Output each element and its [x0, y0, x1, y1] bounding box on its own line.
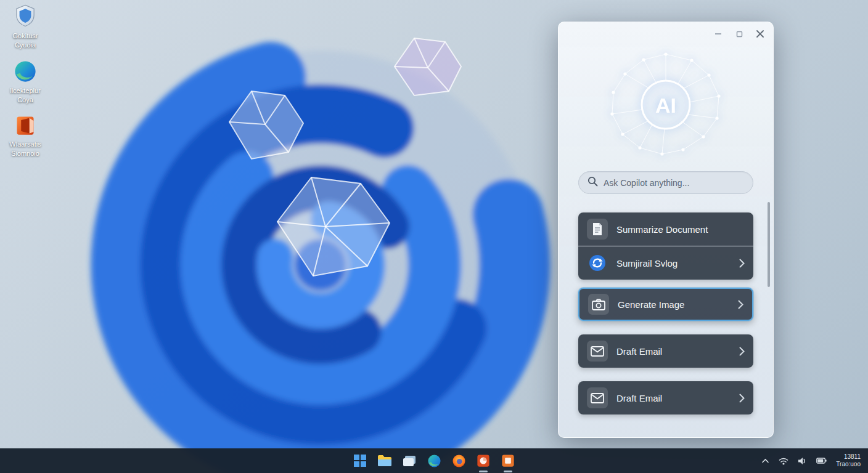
battery-icon[interactable]: [815, 456, 828, 465]
chevron-right-icon: [739, 259, 745, 268]
system-tray: 13811 Trao:uoo: [760, 448, 862, 473]
desktop-icon-edge-browser[interactable]: licekteplur Coya: [4, 60, 47, 103]
file-explorer-button[interactable]: [374, 450, 395, 471]
action-label: Sumjirail Svlog: [616, 258, 731, 269]
envelope-icon: [587, 387, 608, 408]
clock-time: 13811: [844, 453, 861, 460]
shield-icon: [14, 4, 37, 30]
action-label: Generate Image: [618, 299, 729, 310]
generate-image-button[interactable]: Generate Image: [578, 288, 753, 321]
close-button[interactable]: [755, 28, 766, 39]
search-icon: [588, 176, 598, 189]
office-app-button[interactable]: [497, 450, 518, 471]
edge-browser-button[interactable]: [424, 450, 444, 471]
action-group: Summarize Document Sumjirail Svlog: [578, 212, 753, 280]
show-hidden-icons-button[interactable]: [760, 456, 771, 465]
network-icon[interactable]: [777, 456, 790, 466]
start-button[interactable]: [350, 450, 371, 471]
ai-logo: AI: [559, 22, 773, 156]
scrollbar[interactable]: [768, 202, 770, 287]
action-label: Draft Email: [616, 393, 731, 403]
taskbar-app-icons: [350, 448, 518, 473]
desktop-icon-security-app[interactable]: Gokitusr Cyuoia: [4, 4, 47, 49]
volume-icon[interactable]: [796, 456, 808, 466]
window-controls: [713, 28, 766, 39]
desktop-icon-office-app[interactable]: Wlaarsatis Siomnoio: [4, 115, 47, 157]
desktop-icon-label: Siomnoio: [11, 150, 39, 157]
copilot-search-input[interactable]: [604, 178, 744, 188]
document-icon: [587, 219, 608, 240]
taskbar: 13811 Trao:uoo: [0, 448, 868, 473]
minimize-button[interactable]: [713, 28, 724, 39]
active-app-indicator: [479, 471, 488, 472]
draft-email-button-2[interactable]: Draft Email: [578, 381, 753, 414]
desktop-icon-label: Wlaarsatis: [9, 140, 41, 148]
maximize-button[interactable]: [734, 28, 745, 39]
desktop-icon-grid: Gokitusr Cyuoia licekteplur Coya: [4, 4, 47, 157]
office-icon: [14, 115, 36, 139]
copilot-search-box: [578, 171, 753, 194]
copilot-actions: Summarize Document Sumjirail Svlog: [578, 212, 753, 414]
ai-logo-text: AI: [655, 94, 676, 117]
summarize-document-button[interactable]: Summarize Document: [578, 212, 753, 246]
sync-icon: [587, 253, 608, 273]
action-label: Draft Email: [616, 346, 731, 357]
powerpoint-button[interactable]: [473, 450, 494, 471]
action-label: Summarize Document: [616, 224, 745, 235]
clock[interactable]: 13811 Trao:uoo: [835, 453, 862, 468]
copilot-assistant-window: AI Summa: [558, 22, 774, 438]
envelope-icon: [587, 341, 608, 362]
active-app-indicator: [504, 471, 512, 472]
desktop-icon-label: Cyuoia: [15, 41, 36, 49]
task-view-button[interactable]: [399, 450, 420, 471]
desktop-icon-label: Coya: [17, 96, 33, 103]
draft-email-button[interactable]: Draft Email: [578, 334, 753, 368]
desktop-icon-label: Gokitusr: [13, 32, 38, 39]
chevron-right-icon: [739, 347, 745, 356]
desktop-icon-label: licekteplur: [10, 87, 41, 94]
chevron-right-icon: [738, 300, 743, 309]
chevron-right-icon: [739, 394, 745, 403]
edge-icon: [14, 60, 37, 85]
sumjirail-svlog-button[interactable]: Sumjirail Svlog: [578, 246, 753, 280]
clock-date: Trao:uoo: [836, 461, 861, 467]
camera-icon: [588, 294, 609, 315]
firefox-browser-button[interactable]: [448, 450, 469, 471]
